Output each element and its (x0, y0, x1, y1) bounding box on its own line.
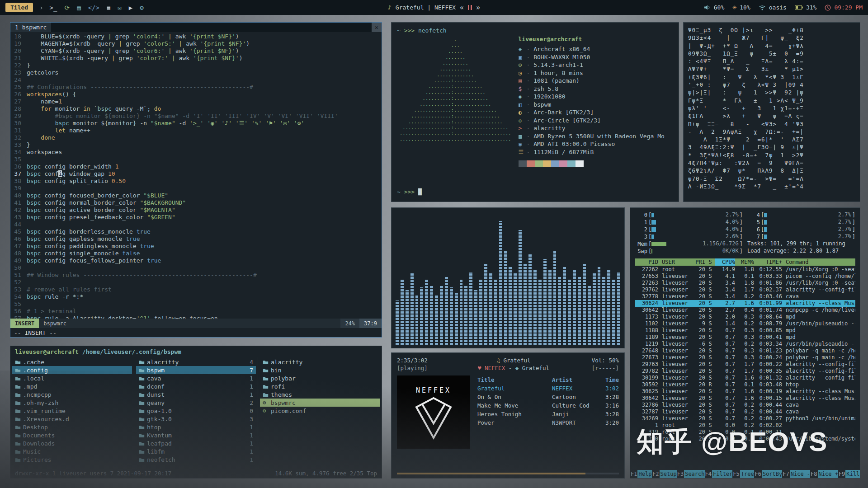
code-line[interactable]: 22} (10, 62, 382, 69)
playlist-row[interactable]: On & OnCartoon3:28 (477, 393, 619, 401)
process-row[interactable]: 32786liveuser20S0.70.20:00.44cava (635, 402, 855, 408)
music-module[interactable]: ♪ Grateful | NEFFEX « » (388, 4, 480, 12)
prev-track-icon[interactable]: « (460, 4, 464, 12)
file-item[interactable]: leafpad1 (136, 439, 256, 447)
code-line[interactable]: 44 (10, 221, 382, 228)
editor-window[interactable]: 1 bspwmrc × 18 BLUE=$(xrdb -query | grep… (10, 22, 382, 338)
cava-visualizer-window[interactable] (391, 207, 625, 348)
fkey-f7[interactable]: F7Nice - (782, 470, 810, 478)
code-line[interactable]: 19 MAGENTA=$(xrdb -query | grep 'color5:… (10, 40, 382, 47)
code-line[interactable]: 43bspc config presel_feedback_color "$GR… (10, 214, 382, 221)
file-item[interactable]: .cache (12, 358, 132, 366)
file-item[interactable]: .vim_runtime (12, 407, 132, 415)
playlist-row[interactable]: PowerN3WPORT3:20 (477, 418, 619, 427)
file-item[interactable]: bspwm7 (136, 366, 256, 374)
file-item[interactable]: ⚙picom.conf (260, 407, 380, 415)
file-item[interactable]: rofi (260, 382, 380, 390)
column-header[interactable]: Command (786, 258, 855, 266)
fkey-f8[interactable]: F8Nice + (810, 470, 838, 478)
file-item[interactable]: gtk-3.03 (136, 415, 256, 423)
code-line[interactable]: 31 let name++ (10, 127, 382, 134)
file-item[interactable]: cava1 (136, 374, 256, 382)
process-row[interactable]: 27653liveuser20S4.10.10:03.33picom --con… (635, 273, 855, 280)
code-line[interactable]: 27 name=1 (10, 98, 382, 105)
process-row[interactable]: 30625liveuser20S0.71.60:00.19alacritty -… (635, 388, 855, 395)
code-line[interactable]: 39 (10, 185, 382, 192)
unimatrix-window[interactable]: Ψ0Ξ_μ3 ζ 0Ω |>ι >> _Φ+8 9Ω3±<4 | Ж7 Γ| ψ… (683, 22, 860, 202)
process-row[interactable]: 32787liveuser20S0.70.20:00.44cava (635, 408, 855, 415)
media-icon[interactable]: ▶ (129, 4, 132, 11)
file-item[interactable]: neofetch1 (136, 455, 256, 464)
playlist-row[interactable]: Make Me MoveCulture Cod3:16 (477, 401, 619, 410)
process-row[interactable]: 27673liveuser20S0.70.30:00.24polybar -q … (635, 354, 855, 361)
file-item[interactable]: ⚙bspwmrc (260, 399, 380, 407)
file-item[interactable]: libfm1 (136, 447, 256, 455)
process-row[interactable]: 30592liveuser20R0.70.10:03.48htop (635, 381, 855, 388)
fkey-f9[interactable]: F9Kill (838, 470, 860, 478)
workspace-indicator[interactable]: Tiled (5, 3, 33, 12)
code-line[interactable]: 48bspc config single_monocle false (10, 250, 382, 257)
close-icon[interactable]: × (372, 23, 382, 32)
file-item[interactable]: .config (12, 366, 132, 374)
file-manager-window[interactable]: liveuser@archcraft /home/liveuser/.confi… (10, 346, 382, 479)
file-item[interactable]: Downloads (12, 439, 132, 447)
column-header[interactable]: TIME+ (754, 258, 786, 266)
file-item[interactable]: .ncmpcpp (12, 390, 132, 399)
settings-icon[interactable]: ⚙ (140, 4, 143, 11)
playlist-row[interactable]: Heroes TonighJanji3:28 (477, 410, 619, 418)
process-row[interactable]: 29763liveuser20S0.71.70:00.22alacritty -… (635, 361, 855, 368)
code-line[interactable]: 34workspaces (10, 149, 382, 156)
file-item[interactable]: dconf1 (136, 382, 256, 390)
code-line[interactable]: 24 (10, 76, 382, 84)
process-row[interactable]: 27263liveuser20S3.41.80:01.86/usr/lib/Xo… (635, 280, 855, 286)
code-line[interactable]: 55 (10, 300, 382, 308)
fkey-f2[interactable]: F2Setup (652, 470, 677, 478)
column-header[interactable]: S (705, 258, 715, 266)
neofetch-window[interactable]: ~ >>> neofetch . ... ..... ....... .....… (391, 22, 679, 202)
code-area[interactable]: 18 BLUE=$(xrdb -query | grep 'color4:' |… (10, 32, 382, 319)
fkey-f1[interactable]: F1Help (630, 470, 652, 478)
process-row[interactable]: 32778liveuser20S3.40.20:03.46cava (635, 293, 855, 300)
code-line[interactable]: 57bspc rule -a Alacritty desktop='^1' fo… (10, 315, 382, 319)
code-line[interactable]: 25## Configurations --------------------… (10, 84, 382, 91)
brightness-module[interactable]: ☀ 10% (732, 4, 750, 12)
code-line[interactable]: 47bspc config paddingless_monocle true (10, 243, 382, 250)
code-line[interactable]: 21 WHITE=$(xrdb -query | grep 'color7:' … (10, 55, 382, 62)
fkey-f3[interactable]: F3Search (677, 470, 705, 478)
process-row[interactable]: 29782liveuser20S0.71.70:00.35alacritty -… (635, 368, 855, 375)
file-item[interactable]: alacritty (260, 358, 380, 366)
process-row[interactable]: 34269liveuser20S0.70.20:00.27python3 /us… (635, 415, 855, 422)
code-line[interactable]: 45bspc config borderless_monocle true (10, 228, 382, 235)
column-header[interactable]: MEM% (735, 258, 754, 266)
code-line[interactable]: 51## Window rules ----------------------… (10, 272, 382, 279)
code-line[interactable]: 42bspc config active_border_color "$MAGE… (10, 206, 382, 214)
code-line[interactable]: 56# 1 > terminal (10, 308, 382, 315)
code-line[interactable]: 28 for monitor in `bspc query -M`; do (10, 105, 382, 113)
code-line[interactable]: 49bspc config focus_follows_pointer true (10, 257, 382, 264)
column-header[interactable]: CPU% (715, 258, 735, 266)
code-line[interactable]: 23getcolors (10, 69, 382, 76)
file-item[interactable]: .Xresources.d (12, 415, 132, 423)
process-row[interactable]: 30642liveuser20S2.70.40:01.74ncmpcpp -c … (635, 307, 855, 314)
process-row[interactable]: 1188liveuser20S0.70.30:00.85mpd (635, 327, 855, 334)
code-icon[interactable]: </> (88, 4, 99, 11)
editor-tab[interactable]: 1 bspwmrc (10, 23, 51, 32)
column-header[interactable]: PRI (693, 258, 705, 266)
file-item[interactable]: dunst1 (136, 390, 256, 399)
file-item[interactable]: polybar (260, 374, 380, 382)
code-line[interactable]: 30 bspc monitor ${monitor} -n "$name" -d… (10, 120, 382, 127)
code-line[interactable]: 41bspc config normal_border_color "$BACK… (10, 199, 382, 206)
playlist-row[interactable]: GratefulNEFFEX3:02 (477, 384, 619, 393)
process-row[interactable]: 1102liveuser9S1.40.20:08.79/usr/bin/puls… (635, 320, 855, 327)
fkey-f5[interactable]: F5Tree (732, 470, 754, 478)
code-line[interactable]: 54bspc rule -r *:* (10, 293, 382, 300)
refresh-icon[interactable]: ⟳ (64, 4, 70, 11)
file-item[interactable]: themes (260, 390, 380, 399)
process-row[interactable]: 27648liveuser20S0.70.30:01.23polybar -q … (635, 347, 855, 354)
file-manager-icon[interactable]: ▤ (77, 4, 80, 11)
code-line[interactable]: 33} (10, 141, 382, 149)
code-line[interactable]: 38bspc config split_ratio 0.50 (10, 178, 382, 185)
file-item[interactable]: geany2 (136, 399, 256, 407)
file-item[interactable]: Kvantum1 (136, 431, 256, 439)
process-row[interactable]: 30642liveuser20S0.71.60:00.15alacritty -… (635, 395, 855, 402)
